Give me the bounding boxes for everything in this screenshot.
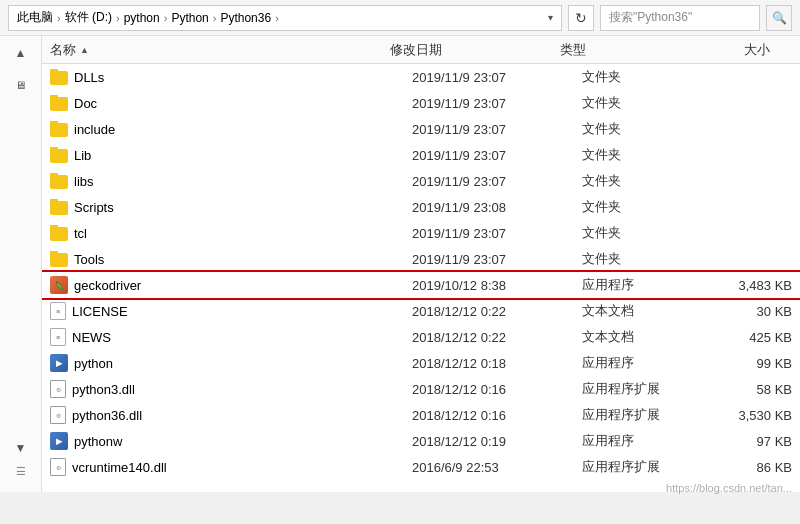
file-name-text: geckodriver: [74, 278, 141, 293]
breadcrumb-python[interactable]: Python: [171, 11, 208, 25]
file-icon-wrapper: [50, 121, 68, 137]
file-name-text: include: [74, 122, 115, 137]
file-icon-wrapper: [50, 225, 68, 241]
folder-icon: [50, 123, 68, 137]
file-name-cell: ▶ python: [50, 354, 412, 372]
table-row[interactable]: libs 2019/11/9 23:07 文件夹: [42, 168, 800, 194]
file-date-cell: 2019/11/9 23:07: [412, 252, 582, 267]
file-date-cell: 2016/6/9 22:53: [412, 460, 582, 475]
breadcrumb-drive[interactable]: 软件 (D:): [65, 9, 112, 26]
file-name-text: vcruntime140.dll: [72, 460, 167, 475]
file-date-cell: 2019/11/9 23:07: [412, 96, 582, 111]
file-name-cell: DLLs: [50, 69, 412, 85]
file-icon-wrapper: [50, 69, 68, 85]
file-date-cell: 2019/11/9 23:07: [412, 226, 582, 241]
file-type-cell: 文件夹: [582, 68, 702, 86]
sort-arrow-icon: ▲: [80, 45, 89, 55]
file-date-cell: 2018/12/12 0:19: [412, 434, 582, 449]
file-type-cell: 文件夹: [582, 224, 702, 242]
file-name-text: NEWS: [72, 330, 111, 345]
table-row[interactable]: ⚙ python3.dll 2018/12/12 0:16 应用程序扩展 58 …: [42, 376, 800, 402]
breadcrumb-python-lower[interactable]: python: [124, 11, 160, 25]
folder-icon: [50, 175, 68, 189]
sidebar-scroll-down[interactable]: ▼: [11, 439, 31, 457]
file-name-text: Doc: [74, 96, 97, 111]
table-row[interactable]: ≡ LICENSE 2018/12/12 0:22 文本文档 30 KB: [42, 298, 800, 324]
sidebar-scroll-up[interactable]: ▲: [11, 44, 31, 62]
col-header-date[interactable]: 修改日期: [390, 41, 560, 59]
refresh-button[interactable]: ↻: [568, 5, 594, 31]
sidebar-nav-1[interactable]: 🖥: [6, 70, 36, 100]
file-name-cell: Doc: [50, 95, 412, 111]
file-icon-wrapper: ≡: [50, 302, 66, 320]
table-row[interactable]: tcl 2019/11/9 23:07 文件夹: [42, 220, 800, 246]
file-icon-wrapper: [50, 173, 68, 189]
file-icon-wrapper: ▶: [50, 354, 68, 372]
breadcrumb-python36[interactable]: Python36: [220, 11, 271, 25]
file-icon-wrapper: ▶: [50, 432, 68, 450]
table-row[interactable]: DLLs 2019/11/9 23:07 文件夹: [42, 64, 800, 90]
file-area: 名称 ▲ 修改日期 类型 大小 DLLs 2019/11/9 23:07 文件夹: [42, 36, 800, 492]
file-icon-wrapper: [50, 199, 68, 215]
file-icon-wrapper: [50, 251, 68, 267]
file-name-cell: Tools: [50, 251, 412, 267]
file-size-cell: 58 KB: [702, 382, 792, 397]
table-row[interactable]: ▶ python 2018/12/12 0:18 应用程序 99 KB: [42, 350, 800, 376]
sep5: ›: [275, 12, 279, 24]
path-dropdown-arrow[interactable]: ▾: [548, 12, 553, 23]
file-name-text: tcl: [74, 226, 87, 241]
folder-icon: [50, 253, 68, 267]
table-row[interactable]: ⚙ vcruntime140.dll 2016/6/9 22:53 应用程序扩展…: [42, 454, 800, 480]
table-row[interactable]: ≡ NEWS 2018/12/12 0:22 文本文档 425 KB: [42, 324, 800, 350]
txt-icon: ≡: [50, 328, 66, 346]
file-name-cell: Scripts: [50, 199, 412, 215]
sep3: ›: [164, 12, 168, 24]
breadcrumb-computer[interactable]: 此电脑: [17, 9, 53, 26]
file-type-cell: 文件夹: [582, 172, 702, 190]
file-name-text: libs: [74, 174, 94, 189]
table-row[interactable]: Doc 2019/11/9 23:07 文件夹: [42, 90, 800, 116]
column-header: 名称 ▲ 修改日期 类型 大小: [42, 36, 800, 64]
file-size-cell: 425 KB: [702, 330, 792, 345]
file-name-text: Lib: [74, 148, 91, 163]
file-icon-wrapper: ⚙: [50, 406, 66, 424]
folder-icon: [50, 227, 68, 241]
folder-icon: [50, 97, 68, 111]
table-row[interactable]: include 2019/11/9 23:07 文件夹: [42, 116, 800, 142]
file-type-cell: 文件夹: [582, 94, 702, 112]
table-row[interactable]: ⚙ python36.dll 2018/12/12 0:16 应用程序扩展 3,…: [42, 402, 800, 428]
col-header-type[interactable]: 类型: [560, 41, 680, 59]
table-row[interactable]: Lib 2019/11/9 23:07 文件夹: [42, 142, 800, 168]
table-row[interactable]: Scripts 2019/11/9 23:08 文件夹: [42, 194, 800, 220]
gecko-icon: 🦎: [50, 276, 68, 294]
col-header-name[interactable]: 名称 ▲: [50, 41, 390, 59]
file-name-cell: ▶ pythonw: [50, 432, 412, 450]
file-size-cell: 3,483 KB: [702, 278, 792, 293]
search-box[interactable]: 搜索"Python36": [600, 5, 760, 31]
file-name-cell: Lib: [50, 147, 412, 163]
table-row[interactable]: Tools 2019/11/9 23:07 文件夹: [42, 246, 800, 272]
sep2: ›: [116, 12, 120, 24]
file-name-cell: ≡ LICENSE: [50, 302, 412, 320]
file-name-cell: tcl: [50, 225, 412, 241]
file-list: DLLs 2019/11/9 23:07 文件夹 Doc 2019/11/9 2…: [42, 64, 800, 480]
table-row[interactable]: ▶ pythonw 2018/12/12 0:19 应用程序 97 KB: [42, 428, 800, 454]
table-row[interactable]: 🦎 geckodriver 2019/10/12 8:38 应用程序 3,483…: [42, 272, 800, 298]
file-name-text: python: [74, 356, 113, 371]
address-bar: 此电脑 › 软件 (D:) › python › Python › Python…: [0, 0, 800, 36]
file-name-text: python36.dll: [72, 408, 142, 423]
file-icon-wrapper: ≡: [50, 328, 66, 346]
file-name-cell: ≡ NEWS: [50, 328, 412, 346]
search-button[interactable]: 🔍: [766, 5, 792, 31]
watermark: https://blog.csdn.net/tan...: [666, 482, 792, 494]
file-date-cell: 2019/11/9 23:08: [412, 200, 582, 215]
file-type-cell: 应用程序扩展: [582, 406, 702, 424]
folder-icon: [50, 149, 68, 163]
path-box[interactable]: 此电脑 › 软件 (D:) › python › Python › Python…: [8, 5, 562, 31]
col-header-size[interactable]: 大小: [680, 41, 770, 59]
file-type-cell: 文本文档: [582, 328, 702, 346]
file-type-cell: 应用程序: [582, 276, 702, 294]
sidebar-details-toggle[interactable]: ☰: [16, 465, 26, 484]
file-size-cell: 3,530 KB: [702, 408, 792, 423]
file-icon-wrapper: ⚙: [50, 380, 66, 398]
